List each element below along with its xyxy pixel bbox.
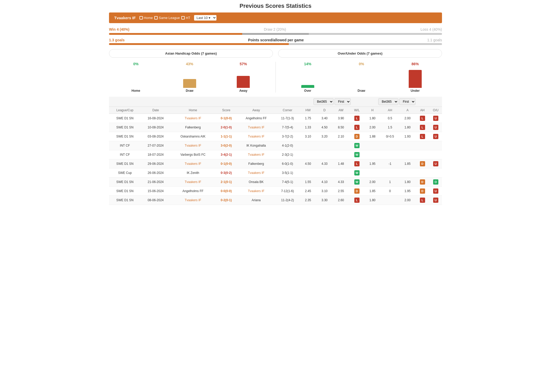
- same-league-filter[interactable]: Same League: [154, 16, 180, 20]
- cell-h: 1.80: [364, 196, 380, 205]
- bet365-select-2[interactable]: Bet365: [378, 98, 398, 105]
- cell-wl: W: [349, 141, 364, 150]
- badge-l: L: [420, 125, 425, 130]
- cell-corner: 2-3(2-1): [275, 150, 300, 159]
- cell-ou: [430, 150, 442, 159]
- th-ah: AH: [380, 107, 400, 114]
- th-a: A: [400, 107, 415, 114]
- ht-label: HT: [186, 16, 190, 20]
- badge-l: L: [354, 125, 360, 130]
- cell-ah: 0/-0.5: [380, 132, 400, 141]
- cell-aw: 1.48: [333, 159, 349, 168]
- cell-away[interactable]: Tvaakers IF: [237, 132, 275, 141]
- home-bar-container: [129, 67, 142, 88]
- th-home: Home: [171, 107, 215, 114]
- cell-away: Onsala BK: [237, 178, 275, 187]
- cell-date: 16-08-2024: [141, 114, 170, 123]
- draw-bar-container: [183, 67, 196, 88]
- cell-away[interactable]: Tvaakers IF: [237, 150, 275, 159]
- cell-ou: U: [430, 196, 442, 205]
- cell-away[interactable]: Tvaakers IF: [237, 123, 275, 132]
- badge-w: W: [354, 170, 360, 175]
- cell-away[interactable]: Tvaakers IF: [237, 168, 275, 178]
- over-chart-label: Over: [304, 89, 311, 93]
- cell-date: 27-07-2024: [141, 141, 170, 150]
- cell-league: SWE D1 SN: [109, 132, 141, 141]
- cell-league: INT CF: [109, 141, 141, 150]
- same-league-label: Same League: [159, 16, 180, 20]
- cell-ah: [380, 150, 400, 159]
- cell-home[interactable]: Tvaakers IF: [171, 178, 215, 187]
- home-checkbox[interactable]: [139, 16, 143, 19]
- over-bar-container: [301, 67, 314, 88]
- th-date: Date: [141, 107, 170, 114]
- cell-d: 3.20: [316, 132, 333, 141]
- cell-score: 0-2(0-1): [215, 196, 237, 205]
- th-bet365-group2: Bet365 First: [364, 97, 429, 107]
- th-hw: HW: [300, 107, 316, 114]
- cell-league: SWE D1 SN: [109, 178, 141, 187]
- goals-bar: [109, 43, 442, 45]
- ht-checkbox[interactable]: [181, 16, 185, 19]
- chart-col-ou-draw: 0% Draw: [355, 62, 368, 93]
- cell-aw: 4.33: [333, 178, 349, 187]
- under-pct: 86%: [412, 62, 419, 66]
- cell-corner: 11-2(4-2): [275, 196, 300, 205]
- cell-home[interactable]: Tvaakers IF: [171, 159, 215, 168]
- cell-aw: 2.55: [333, 187, 349, 196]
- cell-ah: [380, 141, 400, 150]
- cell-ah2: [415, 168, 430, 178]
- cell-h: 1.88: [364, 132, 380, 141]
- badge-l: L: [420, 134, 425, 139]
- cell-ah2: D: [415, 159, 430, 168]
- cell-hw: 2.45: [300, 187, 316, 196]
- cell-hw: 1.75: [300, 114, 316, 123]
- th-d: D: [316, 107, 333, 114]
- cell-date: 29-06-2024: [141, 159, 170, 168]
- loss-bar: [309, 33, 442, 35]
- bet365-select-1[interactable]: Bet365: [313, 98, 334, 105]
- cell-hw: 2.35: [300, 196, 316, 205]
- cell-league: SWE D1 SN: [109, 123, 141, 132]
- badge-w: W: [354, 143, 360, 148]
- cell-ou: U: [430, 132, 442, 141]
- cell-corner: 3-7(2-2): [275, 132, 300, 141]
- ht-filter[interactable]: HT: [181, 16, 190, 20]
- cell-home[interactable]: Tvaakers IF: [171, 141, 215, 150]
- over-under-box: Over/Under Odds (7 games): [278, 49, 442, 58]
- cell-ah: [380, 196, 400, 205]
- badge-d: D: [354, 134, 360, 139]
- first-select-2[interactable]: First: [399, 98, 415, 105]
- cell-d: 3.10: [316, 187, 333, 196]
- badge-d: D: [354, 188, 360, 194]
- cell-wl: W: [349, 168, 364, 178]
- badge-w: W: [354, 152, 360, 157]
- last-select[interactable]: Last 10 ▾ Last 5 Last 20: [194, 15, 216, 21]
- cell-home[interactable]: Tvaakers IF: [171, 196, 215, 205]
- under-chart-label: Under: [411, 89, 420, 93]
- first-select-1[interactable]: First: [335, 98, 351, 105]
- home-filter[interactable]: Home: [139, 16, 153, 20]
- cell-date: 15-06-2024: [141, 187, 170, 196]
- loss-label: Loss 4 (40%): [421, 27, 442, 31]
- th-league: League/Cup: [109, 107, 141, 114]
- asian-handicap-chart: 0% Home 43% Draw 57% Away: [109, 62, 270, 93]
- same-league-checkbox[interactable]: [154, 16, 158, 19]
- th-away: Away: [237, 107, 275, 114]
- cell-corner: 7-4(5-1): [275, 178, 300, 187]
- cell-home[interactable]: Tvaakers IF: [171, 114, 215, 123]
- home-label: Home: [144, 16, 153, 20]
- cell-ah: 1: [380, 178, 400, 187]
- cell-away[interactable]: Tvaakers IF: [237, 187, 275, 196]
- cell-corner: 4-1(2-0): [275, 141, 300, 150]
- cell-league: SWE D1 SN: [109, 187, 141, 196]
- cell-a: [400, 168, 415, 178]
- cell-a: [400, 150, 415, 159]
- cell-score: 0-1(0-0): [215, 114, 237, 123]
- cell-a: 1.80: [400, 123, 415, 132]
- th-ah2: AH: [415, 107, 430, 114]
- cell-league: SWE D1 SN: [109, 159, 141, 168]
- away-bar: [237, 76, 250, 88]
- cell-score: 2-1(0-1): [215, 178, 237, 187]
- th-ou-empty: [430, 97, 442, 107]
